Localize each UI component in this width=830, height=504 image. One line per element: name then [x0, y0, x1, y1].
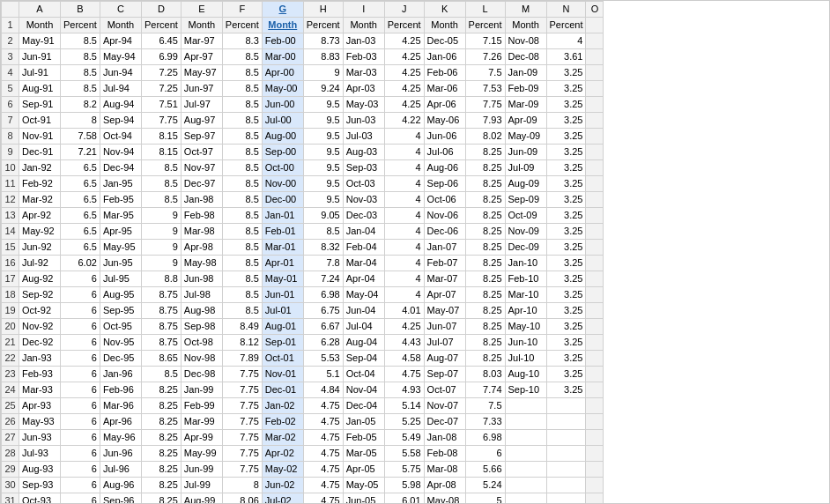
month-cell: Feb-93	[19, 367, 61, 382]
table-row: 8Nov-917.58Oct-948.15Sep-978.5Aug-009.5J…	[2, 129, 604, 145]
month-cell: Nov-95	[100, 335, 141, 351]
percent-cell: 9	[303, 65, 343, 81]
table-row: 5Aug-918.5Jul-947.25Jun-978.5May-009.24A…	[2, 81, 604, 97]
percent-cell: 8.75	[141, 335, 181, 351]
month-cell: Dec-92	[19, 335, 61, 351]
percent-cell: 8.03	[465, 367, 505, 382]
col-header-O[interactable]: O	[586, 2, 604, 18]
month-cell: Feb-01	[262, 224, 303, 240]
percent-cell: 8.25	[465, 176, 505, 192]
month-cell: Sep-03	[343, 160, 384, 176]
col-o-cell	[586, 414, 604, 430]
percent-cell: 6	[61, 303, 100, 319]
month-cell: Oct-09	[505, 208, 546, 224]
col-header-H[interactable]: H	[303, 2, 343, 18]
row-number: 26	[2, 414, 19, 430]
month-cell: May-99	[181, 446, 222, 462]
col-header-F[interactable]: F	[222, 2, 262, 18]
col-header-M[interactable]: M	[505, 2, 546, 18]
percent-cell: 7.75	[222, 430, 262, 446]
col-o-cell	[586, 65, 604, 81]
month-cell: Aug-10	[505, 367, 546, 382]
percent-cell: 6.5	[61, 224, 100, 240]
percent-cell: 8.75	[141, 303, 181, 319]
percent-cell: 6.5	[61, 192, 100, 208]
percent-cell: 6.45	[141, 33, 181, 49]
col-header-G[interactable]: G	[262, 2, 303, 18]
month-cell: Jan-09	[505, 65, 546, 81]
col-header-K[interactable]: K	[424, 2, 465, 18]
percent-cell: 6.01	[384, 493, 424, 505]
month-cell: Apr-93	[19, 398, 61, 414]
month-cell: Jul-97	[181, 97, 222, 113]
month-cell: Jan-04	[343, 224, 384, 240]
table-row: 23Feb-936Jan-968.5Dec-987.75Nov-015.1Oct…	[2, 367, 604, 382]
row-number: 11	[2, 176, 19, 192]
percent-cell: 9.5	[303, 192, 343, 208]
table-row: 14May-926.5Apr-959Mar-988.5Feb-018.5Jan-…	[2, 224, 604, 240]
percent-cell: 6.02	[61, 256, 100, 271]
percent-cell: 8.5	[222, 49, 262, 65]
col-header-A[interactable]: A	[19, 2, 61, 18]
percent-cell: 7.5	[465, 398, 505, 414]
month-cell: Dec-98	[181, 367, 222, 382]
percent-cell: 7.25	[141, 65, 181, 81]
percent-cell: 5.98	[384, 478, 424, 493]
month-cell: Feb-09	[505, 81, 546, 97]
col-header-I[interactable]: I	[343, 2, 384, 18]
row-num-header: 1	[2, 18, 19, 33]
table-row: 30Sep-936Aug-968.25Jul-998Jun-024.75May-…	[2, 478, 604, 493]
month-cell: Jul-07	[424, 335, 465, 351]
month-cell: Jul-01	[262, 303, 303, 319]
month-cell: Aug-91	[19, 81, 61, 97]
percent-cell: 3.25	[546, 271, 586, 287]
header-cell-month-3: Month	[100, 18, 141, 33]
row-number: 15	[2, 240, 19, 256]
percent-cell: 8.5	[61, 65, 100, 81]
row-number: 20	[2, 319, 19, 335]
month-cell: Jun-02	[262, 478, 303, 493]
month-cell: Sep-07	[424, 367, 465, 382]
month-cell: Nov-03	[343, 192, 384, 208]
month-cell: Mar-10	[505, 287, 546, 303]
col-header-N[interactable]: N	[546, 2, 586, 18]
col-header-J[interactable]: J	[384, 2, 424, 18]
month-cell: Oct-04	[343, 367, 384, 382]
percent-cell: 8.25	[141, 446, 181, 462]
col-header-E[interactable]: E	[181, 2, 222, 18]
percent-cell: 8.25	[141, 398, 181, 414]
month-cell: Dec-05	[424, 33, 465, 49]
month-cell: Jul-98	[181, 287, 222, 303]
percent-cell: 3.25	[546, 224, 586, 240]
table-row: 16Jul-926.02Jun-959May-988.5Apr-017.8Mar…	[2, 256, 604, 271]
month-cell: Nov-94	[100, 145, 141, 160]
month-cell: Aug-06	[424, 160, 465, 176]
month-cell: Feb-95	[100, 192, 141, 208]
col-o-cell	[586, 351, 604, 367]
percent-cell: 7.89	[222, 351, 262, 367]
table-row: 27Jun-936May-968.25Apr-997.75Mar-024.75F…	[2, 430, 604, 446]
table-row: 6Sep-918.2Aug-947.51Jul-978.5Jun-009.5Ma…	[2, 97, 604, 113]
percent-cell: 6.98	[465, 430, 505, 446]
percent-cell: 8.5	[222, 287, 262, 303]
percent-cell	[546, 478, 586, 493]
col-o-cell	[586, 224, 604, 240]
col-header-B[interactable]: B	[61, 2, 100, 18]
month-cell: Mar-96	[100, 398, 141, 414]
percent-cell: 8.5	[222, 256, 262, 271]
row-number: 9	[2, 145, 19, 160]
month-cell: Jul-95	[100, 271, 141, 287]
percent-cell: 8.49	[222, 319, 262, 335]
percent-cell: 3.25	[546, 287, 586, 303]
col-o-cell	[586, 240, 604, 256]
col-header-extra[interactable]	[2, 2, 19, 18]
month-cell: Aug-03	[343, 145, 384, 160]
col-header-C[interactable]: C	[100, 2, 141, 18]
header-cell-percent-4: Percent	[141, 18, 181, 33]
percent-cell: 8.25	[465, 224, 505, 240]
percent-cell: 8.5	[222, 176, 262, 192]
col-header-L[interactable]: L	[465, 2, 505, 18]
percent-cell: 3.25	[546, 256, 586, 271]
table-row: 13Apr-926.5Mar-959Feb-988.5Jan-019.05Dec…	[2, 208, 604, 224]
col-header-D[interactable]: D	[141, 2, 181, 18]
